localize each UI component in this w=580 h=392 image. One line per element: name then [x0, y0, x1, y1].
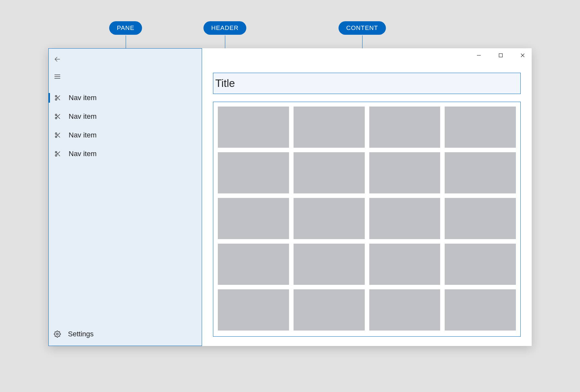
- page-header: Title: [213, 73, 521, 94]
- content-tile[interactable]: [369, 107, 440, 148]
- svg-line-22: [58, 154, 60, 156]
- svg-line-18: [57, 134, 58, 135]
- svg-line-23: [57, 153, 58, 154]
- nav-item-1[interactable]: Nav item: [49, 107, 202, 126]
- minimize-icon[interactable]: [475, 51, 483, 59]
- svg-line-12: [58, 117, 60, 119]
- content-tile[interactable]: [294, 289, 365, 331]
- nav-item-2[interactable]: Nav item: [49, 126, 202, 145]
- content-tile[interactable]: [369, 289, 440, 331]
- content-tile[interactable]: [369, 152, 440, 193]
- close-icon[interactable]: [519, 51, 527, 59]
- gear-icon: [54, 331, 61, 338]
- content-tile[interactable]: [294, 244, 365, 285]
- nav-list: Nav item Nav item Nav item Nav item: [49, 89, 202, 324]
- cut-icon: [54, 131, 62, 139]
- navigation-pane: Nav item Nav item Nav item Nav item: [48, 48, 202, 346]
- main-area: Title: [202, 48, 532, 346]
- content-tile[interactable]: [445, 107, 516, 148]
- cut-icon: [54, 94, 62, 102]
- content-tile[interactable]: [445, 289, 516, 331]
- svg-line-17: [58, 136, 60, 137]
- cut-icon: [54, 113, 62, 120]
- svg-line-7: [58, 98, 60, 100]
- content-tile[interactable]: [369, 198, 440, 239]
- content-tile[interactable]: [218, 152, 289, 193]
- svg-line-8: [57, 97, 58, 98]
- content-tile[interactable]: [294, 198, 365, 239]
- content-tile[interactable]: [445, 198, 516, 239]
- nav-item-label: Nav item: [69, 131, 97, 139]
- nav-item-label: Nav item: [69, 150, 97, 158]
- content-tile[interactable]: [218, 198, 289, 239]
- content-tile[interactable]: [445, 152, 516, 193]
- svg-rect-26: [499, 54, 503, 57]
- content-tile[interactable]: [218, 244, 289, 285]
- hamburger-icon[interactable]: [54, 73, 61, 80]
- svg-line-13: [57, 116, 58, 117]
- nav-item-0[interactable]: Nav item: [49, 89, 202, 107]
- annotation-header: HEADER: [203, 21, 246, 35]
- nav-item-label: Nav item: [69, 94, 97, 102]
- nav-item-label: Nav item: [69, 112, 97, 121]
- content-area: [213, 102, 521, 337]
- content-tile[interactable]: [445, 244, 516, 285]
- content-tile[interactable]: [369, 244, 440, 285]
- content-grid: [213, 102, 520, 335]
- content-tile[interactable]: [294, 107, 365, 148]
- content-tile[interactable]: [218, 289, 289, 331]
- annotation-pane: PANE: [109, 21, 142, 35]
- content-tile[interactable]: [218, 107, 289, 148]
- annotation-pane-leader: [126, 35, 126, 48]
- app-window: Nav item Nav item Nav item Nav item: [48, 48, 532, 346]
- annotation-content: CONTENT: [339, 21, 386, 35]
- settings-label: Settings: [68, 330, 94, 338]
- titlebar-controls: [475, 51, 527, 59]
- back-icon[interactable]: [54, 56, 61, 63]
- svg-point-24: [56, 333, 58, 335]
- settings-item[interactable]: Settings: [49, 324, 202, 344]
- nav-item-3[interactable]: Nav item: [49, 145, 202, 163]
- content-tile[interactable]: [294, 152, 365, 193]
- maximize-icon[interactable]: [497, 51, 505, 59]
- page-title: Title: [215, 77, 235, 89]
- cut-icon: [54, 150, 62, 158]
